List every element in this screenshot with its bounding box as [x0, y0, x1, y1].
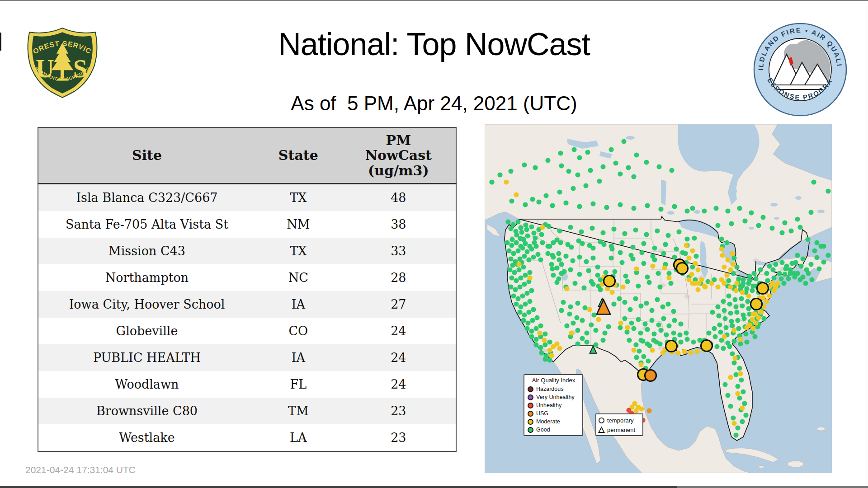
- monitor-dot-good: [569, 244, 574, 249]
- monitor-dot-good: [577, 204, 582, 209]
- site-cell: Iowa City, Hoover School: [38, 291, 255, 318]
- monitor-dot-good: [634, 152, 639, 157]
- monitor-dot-good: [753, 276, 758, 281]
- monitor-dot-good: [676, 229, 681, 234]
- monitor-dot-good: [618, 325, 623, 330]
- monitor-dot-good: [589, 279, 594, 284]
- monitor-dot-good: [517, 284, 522, 289]
- monitor-dot-good: [515, 219, 520, 224]
- monitor-dot-good: [631, 174, 636, 179]
- monitor-dot-good: [788, 271, 793, 276]
- monitor-dot-good: [590, 225, 594, 230]
- monitor-dot-good: [782, 220, 787, 225]
- monitor-dot-moderate: [660, 350, 665, 355]
- monitor-dot-good: [522, 253, 527, 258]
- monitor-dot-good: [722, 316, 727, 321]
- monitor-dot-good: [515, 248, 520, 253]
- monitor-dot-good: [724, 240, 729, 245]
- monitor-dot-good: [641, 261, 646, 266]
- monitor-dot-good: [818, 244, 823, 249]
- monitor-dot-good: [550, 253, 555, 258]
- monitor-dot-moderate: [516, 262, 521, 267]
- table-row: Santa Fe-705 Alta Vista StNM38: [38, 211, 456, 238]
- monitor-dot-good: [534, 315, 539, 320]
- monitor-dot-good: [795, 253, 800, 258]
- monitor-dot-good: [611, 301, 616, 306]
- aqi-legend-label: Unhealthy: [536, 402, 561, 408]
- monitor-dot-good: [722, 382, 727, 387]
- monitor-dot-good: [666, 271, 671, 276]
- monitor-dot-good: [622, 231, 627, 236]
- table-header-row: Site State PM NowCast (ug/m3): [38, 127, 456, 184]
- temporary-label: temporary: [607, 417, 634, 424]
- monitor-dot-good: [606, 324, 611, 329]
- monitor-dot-good: [529, 288, 534, 293]
- monitor-dot-good: [538, 345, 543, 350]
- monitor-dot-good: [706, 330, 711, 335]
- aqi-legend-label: Hazardous: [536, 386, 563, 392]
- monitor-dot-good: [567, 311, 572, 316]
- table-row: NorthamptonNC28: [38, 264, 456, 291]
- site-cell: Westlake: [38, 424, 255, 451]
- monitor-dot-good: [690, 206, 695, 211]
- monitor-dot-good: [806, 271, 811, 276]
- monitor-dot-good: [566, 169, 571, 174]
- monitor-dot-moderate: [771, 288, 776, 293]
- monitor-dot-good: [752, 334, 757, 339]
- monitor-dot-good: [800, 256, 805, 261]
- monitor-dot-good: [646, 280, 651, 285]
- monitor-dot-good: [742, 218, 747, 223]
- monitor-dot-good: [633, 342, 638, 347]
- monitor-dot-good: [512, 270, 517, 275]
- monitor-dot-good: [715, 223, 720, 228]
- pm-cell: 48: [341, 184, 456, 211]
- monitor-dot-good: [661, 316, 666, 321]
- aqi-legend-label: Good: [536, 427, 550, 433]
- table-row: WoodlawnFL24: [38, 371, 456, 398]
- monitor-dot-good: [571, 186, 576, 191]
- monitor-dot-moderate: [756, 315, 761, 320]
- monitor-dot-good: [523, 272, 528, 277]
- aqi-usg-swatch: [528, 411, 533, 417]
- state-cell: FL: [255, 371, 341, 398]
- monitor-dot-moderate: [682, 349, 687, 354]
- monitor-dot-good: [600, 230, 605, 235]
- monitor-dot-moderate: [735, 391, 740, 396]
- aqi-hazardous-swatch: [528, 386, 533, 392]
- monitor-dot-good: [728, 404, 733, 408]
- monitor-dot-good: [741, 389, 745, 394]
- temporary-site-marker: [604, 276, 615, 287]
- monitor-dot-good: [580, 336, 585, 341]
- aqi-map: Air Quality Index HazardousVery Unhealth…: [485, 124, 832, 473]
- monitor-dot-good: [803, 281, 808, 286]
- monitor-dot-moderate: [540, 225, 545, 230]
- monitor-dot-good: [564, 323, 569, 328]
- monitor-dot-good: [570, 258, 575, 263]
- monitor-dot-good: [489, 179, 494, 184]
- monitor-dot-good: [652, 257, 657, 262]
- monitor-dot-good: [533, 326, 538, 331]
- monitor-dot-moderate: [620, 284, 625, 289]
- monitor-dot-moderate: [719, 246, 724, 251]
- monitor-dot-good: [584, 339, 589, 344]
- monitor-dot-good: [727, 301, 732, 306]
- monitor-dot-good: [737, 366, 742, 371]
- monitor-dot-good: [521, 318, 526, 323]
- monitor-dot-good: [793, 260, 798, 265]
- monitor-dot-good: [533, 165, 538, 170]
- monitor-dot-moderate: [750, 326, 755, 331]
- monitor-dot-good: [716, 313, 721, 318]
- monitor-dot-good: [529, 224, 534, 229]
- monitor-dot-good: [737, 206, 742, 211]
- monitor-dot-good: [723, 325, 728, 330]
- monitor-dot-good: [735, 384, 740, 389]
- monitor-dot-good: [618, 202, 623, 207]
- monitor-dot-good: [551, 272, 556, 277]
- monitor-dot-good: [814, 240, 819, 245]
- monitor-dot-moderate: [662, 265, 667, 270]
- monitor-dot-moderate: [596, 317, 601, 322]
- monitor-dot-moderate: [690, 248, 695, 253]
- monitor-dot-moderate: [731, 328, 736, 333]
- monitor-dot-good: [624, 329, 629, 334]
- site-cell: Northampton: [38, 264, 255, 291]
